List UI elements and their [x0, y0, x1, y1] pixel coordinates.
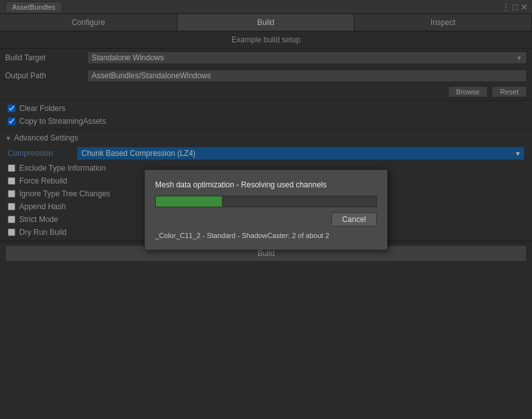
modal-actions: Cancel [155, 212, 377, 227]
modal-status: _Color_C11_2 - Standard - ShadowCaster: … [155, 232, 377, 239]
modal-dialog: Mesh data optimization - Resolving used … [144, 169, 388, 250]
progress-bar-fill [156, 196, 222, 207]
progress-bar-container [155, 196, 377, 207]
cancel-button[interactable]: Cancel [331, 212, 377, 227]
modal-title: Mesh data optimization - Resolving used … [155, 180, 377, 189]
modal-overlay: Mesh data optimization - Resolving used … [0, 0, 532, 419]
